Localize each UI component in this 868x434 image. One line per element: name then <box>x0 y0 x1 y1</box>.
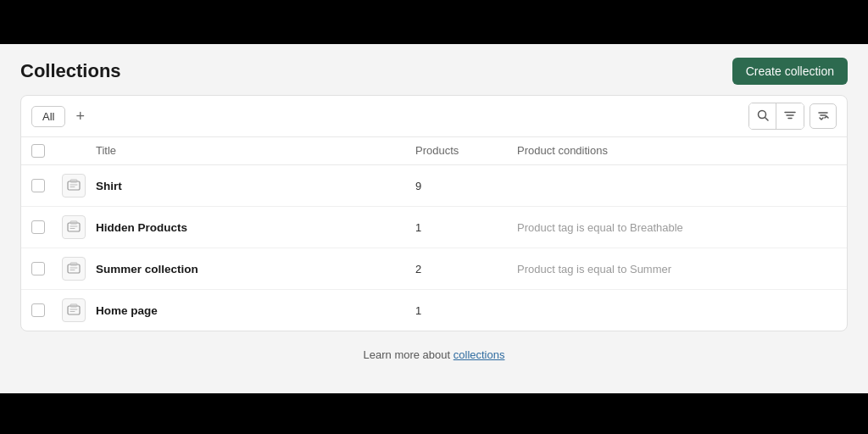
row-icon-col <box>62 257 96 281</box>
collection-icon-home-page <box>62 298 86 322</box>
row-checkbox-col <box>31 303 62 317</box>
table-header: Title Products Product conditions <box>21 137 847 165</box>
row-products-home-page: 1 <box>415 304 517 317</box>
svg-line-1 <box>765 117 768 120</box>
main-content: Collections Create collection All + <box>0 44 868 393</box>
header-conditions-col: Product conditions <box>517 144 837 158</box>
row-checkbox-col <box>31 220 62 234</box>
table-row[interactable]: Summer collection 2 Product tag is equal… <box>21 248 847 290</box>
collection-icon-summer-collection <box>62 257 86 281</box>
page-title: Collections <box>20 60 121 82</box>
row-checkbox-summer-collection[interactable] <box>31 262 45 275</box>
page-header: Collections Create collection <box>20 58 848 85</box>
row-checkbox-home-page[interactable] <box>31 303 45 317</box>
row-title-home-page: Home page <box>96 304 415 317</box>
add-filter-button[interactable]: + <box>72 108 88 124</box>
create-collection-button[interactable]: Create collection <box>732 58 848 85</box>
table-body: Shirt 9 Hidden Products 1 Product t <box>21 165 847 331</box>
filter-bar: All + <box>21 96 847 137</box>
row-products-shirt: 9 <box>415 180 517 192</box>
row-checkbox-hidden-products[interactable] <box>31 220 45 234</box>
row-icon-col <box>62 174 96 198</box>
search-icon <box>757 109 769 124</box>
search-filter-group <box>748 103 804 130</box>
row-checkbox-col <box>31 262 62 275</box>
row-title-shirt: Shirt <box>96 180 415 192</box>
filter-left: All + <box>31 106 88 127</box>
footer: Learn more about collections <box>20 342 848 361</box>
sort-icon <box>817 109 829 124</box>
sort-button[interactable] <box>810 103 837 129</box>
header-products-col: Products <box>415 144 517 158</box>
filter-button[interactable] <box>776 103 804 129</box>
collection-icon-shirt <box>62 174 86 198</box>
table-row[interactable]: Shirt 9 <box>21 165 847 207</box>
row-icon-col <box>62 215 96 239</box>
row-checkbox-shirt[interactable] <box>31 179 45 192</box>
collections-card: All + <box>20 95 848 331</box>
tab-all[interactable]: All <box>31 106 65 127</box>
header-icon-col <box>62 144 96 158</box>
row-title-summer-collection: Summer collection <box>96 263 415 275</box>
row-conditions-summer-collection: Product tag is equal to Summer <box>517 263 837 275</box>
collections-link[interactable]: collections <box>453 348 505 361</box>
table-row[interactable]: Hidden Products 1 Product tag is equal t… <box>21 207 847 248</box>
row-products-hidden-products: 1 <box>415 221 517 234</box>
filter-right <box>748 103 837 130</box>
row-title-hidden-products: Hidden Products <box>96 221 415 234</box>
search-button[interactable] <box>749 103 776 129</box>
header-checkbox-col <box>31 144 62 158</box>
table-row[interactable]: Home page 1 <box>21 290 847 331</box>
filter-icon <box>784 109 796 124</box>
learn-more-text: Learn more about <box>364 348 453 361</box>
top-black-bar <box>0 0 868 44</box>
row-icon-col <box>62 298 96 322</box>
header-title-col: Title <box>96 144 415 158</box>
select-all-checkbox[interactable] <box>31 144 45 158</box>
collection-icon-hidden-products <box>62 215 86 239</box>
row-conditions-hidden-products: Product tag is equal to Breathable <box>517 221 837 234</box>
bottom-black-bar <box>0 393 868 434</box>
row-checkbox-col <box>31 179 62 192</box>
row-products-summer-collection: 2 <box>415 263 517 275</box>
